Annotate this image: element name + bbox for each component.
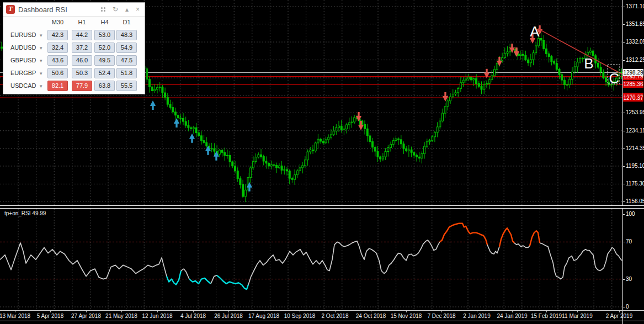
chevron-down-icon[interactable]: ▾ bbox=[40, 83, 42, 89]
panel-splitter[interactable] bbox=[0, 205, 644, 209]
date-tick bbox=[228, 311, 229, 312]
rsi-value-cell[interactable]: 52.0 bbox=[94, 43, 115, 53]
rsi-value-cell[interactable]: 42.3 bbox=[47, 30, 68, 40]
price-axis-label: 1351.85 bbox=[626, 21, 644, 28]
rsi-value-cell[interactable]: 37.2 bbox=[72, 43, 92, 53]
price-axis-label: 1371.10 bbox=[626, 3, 644, 10]
axis-separator bbox=[0, 310, 644, 311]
pair-label[interactable]: EURUSD bbox=[10, 31, 36, 38]
rsi-value-cell[interactable]: 32.4 bbox=[47, 43, 68, 53]
date-label: 2 Apr 2019 bbox=[597, 313, 641, 319]
price-axis-label: 1175.30 bbox=[626, 180, 644, 187]
rsi-value-cell[interactable]: 44.2 bbox=[72, 30, 92, 40]
date-label: 11 Mar 2019 bbox=[555, 313, 599, 319]
date-tick bbox=[619, 311, 620, 312]
rsi-value-cell[interactable]: 52.4 bbox=[94, 68, 115, 78]
rsi-value-cell[interactable]: 53.0 bbox=[94, 30, 115, 40]
buy-arrow-icon bbox=[150, 100, 156, 110]
chevron-down-icon[interactable]: ▾ bbox=[40, 45, 42, 51]
rsi-indicator-name: tp+on_RSI bbox=[4, 210, 31, 216]
window-bottom-edge bbox=[0, 321, 644, 321]
date-tick bbox=[15, 311, 15, 312]
date-tick bbox=[406, 311, 407, 312]
timeframe-header: D1 bbox=[116, 19, 137, 25]
rsi-value-cell[interactable]: 46.0 bbox=[72, 55, 92, 66]
buy-arrow-icon bbox=[189, 134, 195, 143]
date-tick bbox=[157, 311, 158, 312]
pair-label[interactable]: AUDUSD bbox=[10, 44, 36, 51]
collapse-icon[interactable]: ▴ bbox=[125, 6, 129, 13]
rsi-value-cell[interactable]: 55.5 bbox=[116, 81, 137, 91]
price-axis-border bbox=[622, 0, 623, 324]
refresh-icon[interactable]: ↻ bbox=[113, 6, 118, 13]
rsi-indicator-label: tp+on_RSI 49.99 bbox=[4, 210, 46, 216]
date-tick bbox=[477, 311, 477, 312]
rsi-value-cell[interactable]: 49.5 bbox=[94, 55, 115, 66]
buy-arrow-icon bbox=[174, 118, 179, 128]
price-axis-label: 1156.05 bbox=[626, 198, 644, 205]
chevron-down-icon[interactable]: ▾ bbox=[40, 71, 42, 76]
rsi-value-cell[interactable]: 50.6 bbox=[47, 68, 68, 78]
trendline[interactable] bbox=[538, 29, 622, 75]
chevron-down-icon[interactable]: ▾ bbox=[40, 58, 42, 63]
date-tick bbox=[371, 311, 371, 312]
price-axis-label: 1332.05 bbox=[626, 39, 644, 45]
rsi-value-cell[interactable]: 43.6 bbox=[47, 55, 68, 66]
close-icon[interactable]: × bbox=[136, 6, 140, 13]
rsi-indicator-value: 49.99 bbox=[32, 210, 46, 216]
window-title: Dashboard RSI bbox=[18, 6, 67, 14]
timeframe-header: H1 bbox=[72, 19, 92, 25]
date-tick bbox=[577, 311, 578, 312]
rsi-value-cell[interactable]: 51.8 bbox=[116, 68, 137, 78]
date-tick bbox=[264, 311, 264, 312]
price-axis-label: 1312.25 bbox=[626, 57, 644, 63]
price-axis-label: 1234.15 bbox=[626, 128, 644, 134]
price-marker-label: 1298.29 bbox=[623, 69, 643, 76]
price-axis-label: 1214.35 bbox=[626, 145, 644, 152]
rsi-axis-label: 30 bbox=[626, 276, 632, 283]
price-marker-label: 1285.36 bbox=[623, 81, 643, 88]
price-marker-label: 1270.37 bbox=[623, 94, 643, 102]
date-tick bbox=[300, 311, 300, 312]
rsi-value-cell[interactable]: 82.1 bbox=[47, 81, 68, 91]
date-tick bbox=[512, 311, 513, 312]
rsi-axis-label: 0 bbox=[626, 304, 629, 310]
date-tick bbox=[86, 311, 87, 312]
price-axis-label: 1253.95 bbox=[626, 109, 644, 116]
rsi-value-cell[interactable]: 77.9 bbox=[72, 81, 92, 91]
sell-arrow-icon bbox=[443, 92, 448, 102]
dashboard-titlebar[interactable]: T Dashboard RSI ↻ ▴ × bbox=[3, 3, 145, 17]
rsi-axis-label: 100 bbox=[626, 211, 635, 217]
timeframe-header: M30 bbox=[47, 19, 68, 25]
chevron-down-icon[interactable]: ▾ bbox=[40, 33, 42, 38]
date-tick bbox=[193, 311, 194, 312]
date-tick bbox=[335, 311, 336, 312]
rsi-value-cell[interactable]: 48.3 bbox=[116, 30, 137, 40]
wave-label-C: C bbox=[609, 70, 620, 87]
rsi-value-cell[interactable]: 47.5 bbox=[116, 55, 137, 66]
date-tick bbox=[121, 311, 122, 312]
wave-label-B: B bbox=[584, 55, 593, 72]
metatrader-screen: ABC 1371.101351.851332.051312.251253.951… bbox=[0, 0, 644, 324]
date-tick bbox=[50, 311, 51, 312]
rsi-value-cell[interactable]: 54.9 bbox=[116, 43, 137, 53]
indicator-logo-icon: T bbox=[6, 5, 15, 14]
grid-icon[interactable] bbox=[101, 7, 105, 12]
pair-label[interactable]: USDCAD bbox=[10, 82, 36, 89]
timeframe-header: H4 bbox=[94, 19, 115, 25]
date-tick bbox=[441, 311, 442, 312]
dashboard-rsi-window[interactable]: T Dashboard RSI ↻ ▴ × M30H1H4D1EURUSD▾42… bbox=[3, 2, 145, 94]
rsi-line bbox=[0, 224, 622, 289]
pair-label[interactable]: EURGBP bbox=[10, 70, 36, 76]
rsi-value-cell[interactable]: 50.3 bbox=[72, 68, 92, 78]
rsi-axis-label: 70 bbox=[626, 238, 632, 245]
wave-label-A: A bbox=[530, 23, 540, 40]
price-axis-label: 1195.10 bbox=[626, 163, 644, 169]
signal-arrows bbox=[150, 25, 542, 192]
pair-label[interactable]: GBPUSD bbox=[10, 57, 36, 63]
rsi-value-cell[interactable]: 63.8 bbox=[94, 81, 115, 91]
date-tick bbox=[546, 311, 547, 312]
